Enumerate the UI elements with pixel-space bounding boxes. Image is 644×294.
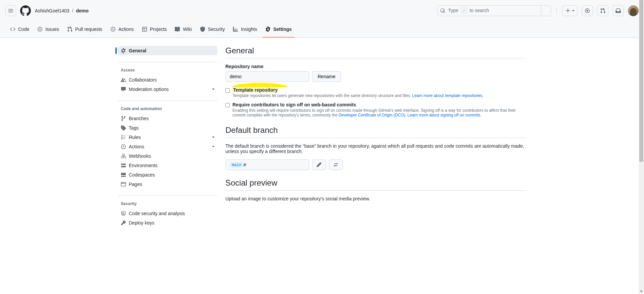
signoff-label: Require contributors to sign off on web-… — [232, 102, 356, 107]
chevron-down-icon — [572, 10, 575, 11]
template-description: Template repositories let users generate… — [232, 93, 483, 98]
codespaces-icon — [121, 172, 126, 178]
signoff-description: Enabling this setting will require contr… — [232, 108, 526, 117]
server-icon — [121, 163, 126, 168]
inbox-icon — [615, 8, 621, 13]
plus-icon — [565, 8, 571, 13]
search-placeholder: Type / to search — [448, 8, 540, 14]
repo-nav: Code Issues Pull requests Actions Projec… — [0, 21, 644, 38]
play-icon — [110, 27, 116, 32]
sidebar-item-collaborators[interactable]: Collaborators — [118, 75, 217, 85]
sidebar-section-security: Security — [118, 196, 217, 209]
notifications-button[interactable] — [612, 5, 624, 16]
header-divider — [556, 7, 557, 14]
chevron-down-icon — [212, 137, 215, 138]
nav-code[interactable]: Code — [7, 21, 32, 38]
shield-icon — [200, 27, 205, 32]
rules-icon — [121, 135, 126, 140]
default-branch-name: main — [230, 162, 244, 167]
rename-button[interactable]: Rename — [312, 71, 341, 82]
app-header: AshishGoel1403 / demo Type / to search — [0, 0, 644, 21]
gear-icon — [121, 48, 126, 53]
sidebar-item-environments[interactable]: Environments — [118, 161, 217, 170]
graph-icon — [233, 27, 238, 32]
sidebar-section-code: Code and automation — [118, 101, 217, 114]
template-label: Template repository — [232, 87, 278, 93]
sidebar-item-general[interactable]: General — [118, 46, 217, 55]
sidebar-section-access: Access — [118, 62, 217, 75]
gear-icon — [265, 27, 271, 32]
sidebar-item-actions[interactable]: Actions — [118, 142, 217, 151]
breadcrumb-separator: / — [71, 8, 75, 13]
nav-actions[interactable]: Actions — [108, 21, 137, 38]
heading-default-branch: Default branch — [225, 126, 526, 138]
nav-insights[interactable]: Insights — [230, 21, 260, 38]
switch-icon — [333, 162, 338, 167]
breadcrumb-owner[interactable]: AshishGoel1403 — [35, 8, 69, 13]
heading-general: General — [225, 46, 526, 58]
play-icon — [121, 144, 126, 149]
nav-security[interactable]: Security — [197, 21, 228, 38]
sidebar-item-codespaces[interactable]: Codespaces — [118, 170, 217, 180]
settings-sidebar: General Access Collaborators Moderation … — [118, 46, 217, 230]
webhook-icon — [121, 153, 126, 159]
tag-icon — [121, 125, 126, 131]
scrollbar-thumb[interactable] — [639, 0, 643, 162]
comment-icon — [121, 87, 126, 92]
breadcrumb: AshishGoel1403 / demo — [35, 8, 89, 13]
book-icon — [175, 27, 180, 32]
table-icon — [142, 27, 147, 32]
nav-issues[interactable]: Issues — [35, 21, 61, 38]
sidebar-item-branches[interactable]: Branches — [118, 114, 217, 123]
sidebar-item-rules[interactable]: Rules — [118, 133, 217, 142]
github-logo[interactable] — [20, 5, 31, 16]
repo-name-label: Repository name — [225, 64, 526, 69]
record-icon — [585, 8, 590, 13]
chevron-down-icon — [212, 146, 215, 147]
git-branch-icon — [121, 116, 126, 121]
nav-wiki[interactable]: Wiki — [172, 21, 194, 38]
code-icon — [10, 27, 15, 32]
heading-social-preview: Social preview — [225, 178, 526, 191]
dco-link[interactable]: Developer Certificate of Origin (DCO) — [338, 113, 405, 117]
add-menu-button[interactable] — [562, 5, 578, 16]
issues-tray-button[interactable] — [582, 5, 593, 16]
repo-name-input[interactable] — [225, 71, 309, 82]
sidebar-item-pages[interactable]: Pages — [118, 180, 217, 189]
sidebar-item-webhooks[interactable]: Webhooks — [118, 151, 217, 161]
git-pull-request-icon — [600, 8, 605, 13]
slash-key-icon: / — [461, 8, 467, 14]
pencil-icon — [316, 162, 322, 167]
browser-icon — [121, 182, 126, 187]
template-checkbox[interactable] — [225, 88, 230, 93]
sidebar-item-tags[interactable]: Tags — [118, 123, 217, 133]
template-learn-link[interactable]: Learn more about template repositories — [412, 93, 482, 98]
nav-pulls[interactable]: Pull requests — [64, 21, 105, 38]
shield-search-icon — [121, 211, 126, 216]
social-preview-description: Upload an image to customize your reposi… — [225, 196, 526, 201]
signoff-checkbox[interactable] — [225, 103, 230, 107]
nav-projects[interactable]: Projects — [139, 21, 170, 38]
nav-settings[interactable]: Settings — [263, 21, 294, 38]
signoff-learn-link[interactable]: Learn more about signing off on commits — [408, 113, 480, 117]
menu-button[interactable] — [5, 5, 16, 16]
key-icon — [121, 220, 126, 226]
user-avatar[interactable] — [628, 5, 639, 16]
command-palette-button[interactable] — [541, 5, 548, 16]
rename-branch-button[interactable] — [312, 159, 326, 170]
sidebar-item-deploy-keys[interactable]: Deploy keys — [118, 218, 217, 228]
sidebar-item-moderation[interactable]: Moderation options — [118, 85, 217, 94]
default-branch-display: main # — [225, 159, 309, 170]
breadcrumb-repo[interactable]: demo — [76, 8, 89, 13]
git-pull-request-icon — [67, 27, 72, 32]
default-branch-description: The default branch is considered the “ba… — [225, 143, 526, 154]
sidebar-item-code-security[interactable]: Code security and analysis — [118, 209, 217, 218]
settings-content: General Repository name Rename Template … — [225, 46, 526, 230]
issue-icon — [37, 27, 43, 32]
switch-branch-button[interactable] — [329, 159, 343, 170]
vertical-scrollbar[interactable] — [639, 0, 644, 238]
global-search[interactable]: Type / to search — [437, 5, 551, 16]
pull-requests-tray-button[interactable] — [597, 5, 608, 16]
people-icon — [121, 77, 126, 83]
search-icon — [440, 8, 445, 13]
